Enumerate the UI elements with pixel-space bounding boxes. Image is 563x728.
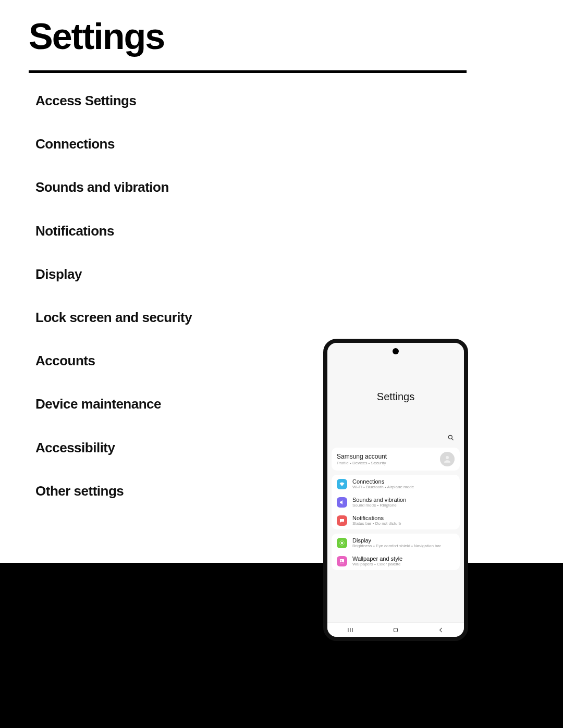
back-icon[interactable] (437, 626, 445, 634)
nav-bar (327, 622, 464, 637)
item-title: Notifications (352, 515, 401, 521)
screen-title: Settings (377, 391, 414, 403)
table-of-contents: Access Settings Connections Sounds and v… (35, 93, 296, 526)
toc-link-lock-screen-security[interactable]: Lock screen and security (35, 310, 296, 326)
wallpaper-icon (337, 556, 347, 566)
title-divider (29, 70, 467, 73)
item-subtitle: Status bar • Do not disturb (352, 521, 401, 526)
item-title: Wallpaper and style (352, 556, 402, 562)
wifi-icon (337, 479, 347, 489)
list-item-display[interactable]: Display Brightness • Eye comfort shield … (332, 534, 460, 552)
toc-link-notifications[interactable]: Notifications (35, 223, 296, 239)
svg-point-3 (341, 542, 343, 544)
toc-link-other-settings[interactable]: Other settings (35, 483, 296, 499)
toc-link-device-maintenance[interactable]: Device maintenance (35, 396, 296, 412)
settings-group-2: Display Brightness • Eye comfort shield … (332, 534, 460, 570)
svg-point-0 (448, 435, 452, 439)
phone-screen: Settings Samsung account Profile • Devic… (327, 343, 464, 637)
phone-mockup: Settings Samsung account Profile • Devic… (323, 339, 468, 641)
search-row (327, 434, 464, 448)
svg-rect-9 (394, 628, 397, 632)
recents-icon[interactable] (347, 626, 354, 634)
list-item-connections[interactable]: Connections Wi-Fi • Bluetooth • Airplane… (332, 475, 460, 493)
svg-line-1 (452, 439, 454, 440)
item-subtitle: Brightness • Eye comfort shield • Naviga… (352, 544, 441, 548)
list-item-wallpaper-style[interactable]: Wallpaper and style Wallpapers • Color p… (332, 552, 460, 570)
item-title: Display (352, 537, 441, 544)
display-icon (337, 538, 347, 548)
page-title: Settings (29, 16, 164, 57)
account-subtitle: Profile • Devices • Security (337, 461, 387, 465)
notification-icon (337, 515, 347, 526)
list-item-sounds-vibration[interactable]: Sounds and vibration Sound mode • Ringto… (332, 493, 460, 511)
samsung-account-card[interactable]: Samsung account Profile • Devices • Secu… (332, 448, 460, 471)
page-footer-area (0, 563, 563, 728)
toc-link-accounts[interactable]: Accounts (35, 353, 296, 369)
item-subtitle: Wallpapers • Color palette (352, 562, 402, 566)
sound-icon (337, 497, 347, 508)
item-subtitle: Sound mode • Ringtone (352, 503, 406, 508)
item-title: Sounds and vibration (352, 497, 406, 503)
front-camera (393, 348, 399, 354)
account-title: Samsung account (337, 453, 387, 460)
home-icon[interactable] (392, 626, 399, 634)
settings-group-1: Connections Wi-Fi • Bluetooth • Airplane… (332, 475, 460, 529)
avatar-icon (440, 452, 455, 466)
svg-point-5 (341, 560, 342, 561)
svg-point-2 (446, 456, 449, 459)
toc-link-access-settings[interactable]: Access Settings (35, 93, 296, 109)
item-title: Connections (352, 478, 414, 485)
search-icon[interactable] (447, 434, 457, 443)
toc-link-display[interactable]: Display (35, 266, 296, 282)
toc-link-connections[interactable]: Connections (35, 136, 296, 152)
toc-link-sounds-vibration[interactable]: Sounds and vibration (35, 179, 296, 195)
toc-link-accessibility[interactable]: Accessibility (35, 440, 296, 456)
list-item-notifications[interactable]: Notifications Status bar • Do not distur… (332, 511, 460, 529)
screen-header-area: Settings (327, 343, 464, 434)
item-subtitle: Wi-Fi • Bluetooth • Airplane mode (352, 485, 414, 489)
